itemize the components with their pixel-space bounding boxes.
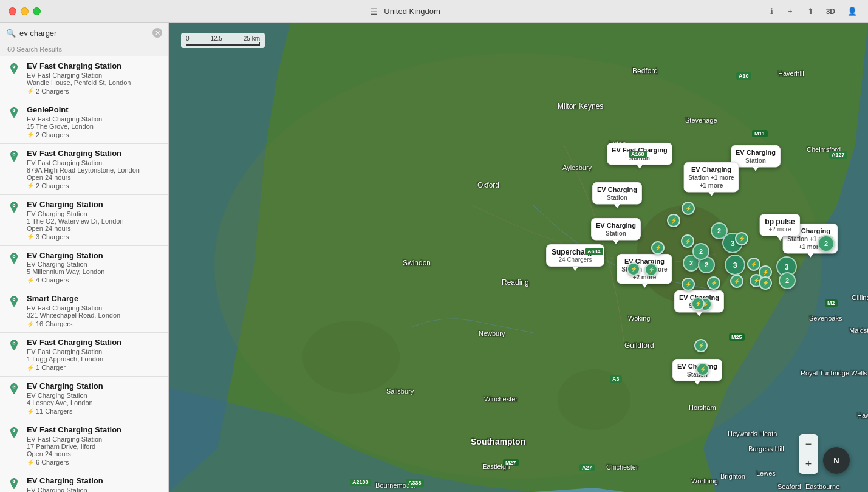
ev-small-pin[interactable]: ⚡ [667,214,680,227]
city-label: Eastbourne [805,483,839,490]
3d-button[interactable]: 3D [826,7,835,16]
ev-small-pin[interactable]: ⚡ [691,297,705,310]
cluster-pin[interactable]: 2 [779,272,796,289]
search-icon: 🔍 [6,29,16,38]
result-type: EV Charging Station [27,487,161,492]
city-label: Burgess Hill [748,445,784,453]
road-badge: A127 [829,151,847,159]
result-info: EV Fast Charging Station EV Fast Chargin… [27,149,161,190]
share-button[interactable]: ⬆ [805,5,816,17]
callout-tail [614,204,620,208]
callout-tail [694,381,700,385]
sidebar: 🔍 ✕ 60 Search Results EV Fast Charging S… [0,23,169,492]
map-area[interactable]: Milton KeynesBedfordLutonOxfordSloughRea… [169,23,868,492]
minimize-button[interactable] [21,7,29,15]
road-badge: A10 [736,72,751,80]
city-label: Bournemouth [375,482,415,489]
city-label: Newbury [479,330,505,337]
result-item[interactable]: EV Charging Station EV Charging Station … [0,377,168,420]
result-item[interactable]: EV Fast Charging Station EV Fast Chargin… [0,56,168,100]
result-hours: Open 24 hours [27,450,161,457]
result-info: GeniePoint EV Fast Charging Station 15 T… [27,105,161,138]
road-badge: A2108 [350,479,371,486]
cluster-pin[interactable]: 2 [692,243,709,260]
result-chargers: ⚡ 2 Chargers [27,182,161,190]
city-label: Horsham [689,404,716,411]
result-item[interactable]: EV Charging Station EV Charging Station … [0,471,168,492]
app-container: 🔍 ✕ 60 Search Results EV Fast Charging S… [0,23,868,492]
ev-small-pin[interactable]: ⚡ [759,276,772,290]
result-item[interactable]: Smart Charge EV Fast Charging Station 32… [0,289,168,333]
result-pin-icon [7,477,21,491]
result-item[interactable]: EV Fast Charging Station EV Fast Chargin… [0,144,168,195]
zoom-out-button[interactable]: − [799,434,818,454]
result-address: Wandle House, Penfold St, London [27,79,161,86]
city-label: Milton Keynes [558,102,603,111]
road-badge: M25 [729,333,745,341]
search-clear-button[interactable]: ✕ [152,28,162,38]
result-name: EV Charging Station [27,200,161,210]
ev-small-pin[interactable]: ⚡ [644,263,658,276]
result-type: EV Fast Charging Station [27,436,161,443]
ev-small-pin[interactable]: ⚡ [651,241,665,255]
ev-small-pin[interactable]: ⚡ [681,234,694,248]
cluster-circle: 2 [692,243,709,260]
ev-pin-circle: ⚡ [759,276,772,290]
ev-small-pin[interactable]: ⚡ [627,262,640,276]
profile-button[interactable]: 👤 [845,5,859,17]
city-label: Winchester [484,395,518,403]
maximize-button[interactable] [33,7,41,15]
ev-small-pin[interactable]: ⚡ [696,363,709,376]
city-label: Maidstone [849,327,868,334]
cluster-circle: 3 [725,255,745,275]
callout-tail [641,284,648,288]
bp-pulse-pin[interactable]: bp pulse +2 more [759,214,800,241]
result-name: EV Charging Station [27,381,161,392]
map-callout-pin[interactable]: EV Charging Station [591,218,641,244]
charger-icon: ⚡ [27,277,34,284]
city-label: Aylesbury [562,164,592,171]
result-type: EV Fast Charging Station [27,159,161,166]
result-address: 1 Lugg Approach, London [27,355,161,363]
zoom-in-button[interactable]: + [799,454,818,474]
ev-small-pin[interactable]: ⚡ [682,278,695,291]
result-item[interactable]: EV Charging Station EV Charging Station … [0,246,168,290]
map-markers: Milton KeynesBedfordLutonOxfordSloughRea… [169,23,868,492]
ev-small-pin[interactable]: ⚡ [682,202,695,215]
result-type: EV Charging Station [27,261,161,268]
compass-north-label: N [833,456,839,465]
sidebar-toggle-icon[interactable]: ☰ [368,6,379,17]
cluster-pin[interactable]: 2 [818,235,835,252]
titlebar-actions: ℹ + ⬆ 3D 👤 [768,5,868,17]
city-label: Bedford [632,67,658,75]
result-pin-icon [7,383,21,396]
map-callout-pin[interactable]: EV Fast Charging Station [607,143,672,169]
ev-small-pin[interactable]: ⚡ [707,276,720,290]
result-name: EV Charging Station [27,476,161,487]
ev-small-pin[interactable]: ⚡ [735,232,748,245]
callout-tail [696,312,702,316]
result-chargers: ⚡ 2 Chargers [27,87,161,95]
result-item[interactable]: EV Charging Station EV Charging Station … [0,195,168,246]
ev-pin-circle: ⚡ [735,232,748,245]
search-input[interactable] [19,29,149,38]
callout-tail [807,253,813,258]
map-callout-pin[interactable]: EV Charging Station +1 more +1 more [683,162,739,196]
add-button[interactable]: + [785,5,795,17]
cluster-pin[interactable]: 3 [725,255,745,275]
charger-icon: ⚡ [27,233,34,240]
result-item[interactable]: GeniePoint EV Fast Charging Station 15 T… [0,100,168,144]
result-name: EV Fast Charging Station [27,61,161,72]
supercharger-pin[interactable]: Supercharger 24 Chargers [546,244,604,271]
result-item[interactable]: EV Fast Charging Station EV Fast Chargin… [0,333,168,377]
close-button[interactable] [9,7,16,15]
result-chargers: ⚡ 4 Chargers [27,276,161,284]
result-info: EV Charging Station EV Charging Station … [27,381,161,415]
ev-small-pin[interactable]: ⚡ [730,275,743,288]
city-label: Haverhill [778,70,804,77]
result-item[interactable]: EV Fast Charging Station EV Fast Chargin… [0,420,168,471]
city-label: Seaford [777,483,801,490]
map-callout-pin[interactable]: EV Charging Station [592,182,642,208]
info-button[interactable]: ℹ [768,5,776,17]
ev-small-pin[interactable]: ⚡ [694,339,708,352]
